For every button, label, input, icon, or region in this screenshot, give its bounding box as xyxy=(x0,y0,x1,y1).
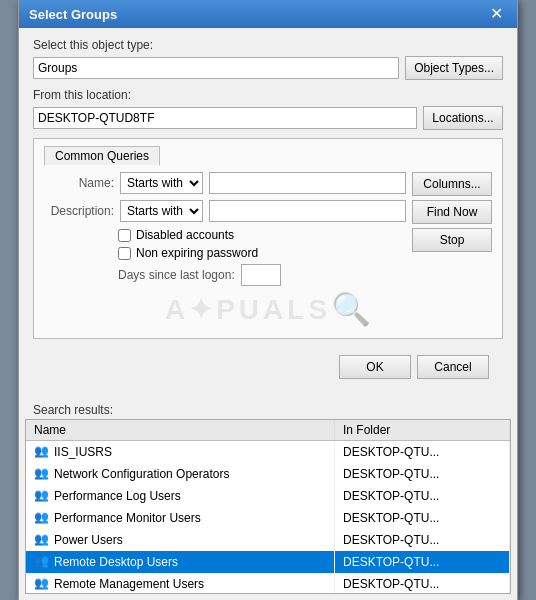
cell-name: Performance Log Users xyxy=(26,485,334,507)
ok-button[interactable]: OK xyxy=(339,355,411,379)
common-queries-tab[interactable]: Common Queries xyxy=(44,146,160,166)
table-row[interactable]: Performance Log UsersDESKTOP-QTU... xyxy=(26,485,510,507)
object-type-row: Object Types... xyxy=(33,56,503,80)
object-types-button[interactable]: Object Types... xyxy=(405,56,503,80)
results-tbody: IIS_IUSRSDESKTOP-QTU...Network Configura… xyxy=(26,441,510,595)
disabled-accounts-label: Disabled accounts xyxy=(136,228,234,242)
row-icon: IIS_IUSRS xyxy=(34,444,112,460)
non-expiring-checkbox[interactable] xyxy=(118,247,131,260)
cell-folder: DESKTOP-QTU... xyxy=(334,573,509,594)
row-icon: Remote Desktop Users xyxy=(34,554,178,570)
row-icon: Network Configuration Operators xyxy=(34,466,229,482)
queries-left: Name: Starts with Description: Starts wi… xyxy=(44,172,406,286)
description-label: Description: xyxy=(44,204,114,218)
dialog-body: Select this object type: Object Types...… xyxy=(19,28,517,399)
magnifier-icon: 🔍 xyxy=(331,290,371,328)
location-input[interactable] xyxy=(33,107,417,129)
disabled-accounts-row: Disabled accounts xyxy=(44,228,406,242)
days-row: Days since last logon: xyxy=(44,264,406,286)
common-queries-box: Common Queries Name: Starts with xyxy=(33,138,503,339)
cell-folder: DESKTOP-QTU... xyxy=(334,551,509,573)
row-icon: Performance Log Users xyxy=(34,488,181,504)
cell-name: Remote Desktop Users xyxy=(26,551,334,573)
days-input[interactable] xyxy=(241,264,281,286)
stop-button[interactable]: Stop xyxy=(412,228,492,252)
name-input[interactable] xyxy=(209,172,406,194)
side-buttons: Columns... Find Now Stop xyxy=(412,172,492,252)
days-label: Days since last logon: xyxy=(118,268,235,282)
column-name: Name xyxy=(26,420,334,441)
cell-folder: DESKTOP-QTU... xyxy=(334,507,509,529)
watermark-area: A✦PUALS 🔍 xyxy=(44,290,492,328)
cell-name: Power Users xyxy=(26,529,334,551)
location-label: From this location: xyxy=(33,88,503,102)
description-row: Description: Starts with xyxy=(44,200,406,222)
table-row[interactable]: IIS_IUSRSDESKTOP-QTU... xyxy=(26,441,510,464)
name-label: Name: xyxy=(44,176,114,190)
locations-button[interactable]: Locations... xyxy=(423,106,503,130)
dialog-footer: OK Cancel xyxy=(33,349,503,389)
watermark-text: A✦PUALS xyxy=(165,293,331,326)
name-operator-select[interactable]: Starts with xyxy=(120,172,203,194)
group-icon xyxy=(34,532,50,548)
find-now-button[interactable]: Find Now xyxy=(412,200,492,224)
cell-folder: DESKTOP-QTU... xyxy=(334,529,509,551)
cell-folder: DESKTOP-QTU... xyxy=(334,463,509,485)
group-icon xyxy=(34,444,50,460)
group-icon xyxy=(34,576,50,592)
select-groups-dialog: Select Groups ✕ Select this object type:… xyxy=(18,0,518,600)
object-type-input[interactable] xyxy=(33,57,399,79)
table-header-row: Name In Folder xyxy=(26,420,510,441)
row-icon: Performance Monitor Users xyxy=(34,510,201,526)
table-row[interactable]: Remote Management UsersDESKTOP-QTU... xyxy=(26,573,510,594)
table-row[interactable]: Network Configuration OperatorsDESKTOP-Q… xyxy=(26,463,510,485)
queries-main: Name: Starts with Description: Starts wi… xyxy=(44,172,492,286)
table-row[interactable]: Remote Desktop UsersDESKTOP-QTU... xyxy=(26,551,510,573)
cancel-button[interactable]: Cancel xyxy=(417,355,489,379)
cell-folder: DESKTOP-QTU... xyxy=(334,485,509,507)
non-expiring-row: Non expiring password xyxy=(44,246,406,260)
description-operator-select[interactable]: Starts with xyxy=(120,200,203,222)
group-icon xyxy=(34,510,50,526)
close-button[interactable]: ✕ xyxy=(486,6,507,22)
non-expiring-label: Non expiring password xyxy=(136,246,258,260)
row-icon: Remote Management Users xyxy=(34,576,204,592)
group-icon xyxy=(34,466,50,482)
search-results-label: Search results: xyxy=(19,399,517,419)
results-table-wrapper[interactable]: Name In Folder IIS_IUSRSDESKTOP-QTU...Ne… xyxy=(25,419,511,594)
queries-content: Name: Starts with Description: Starts wi… xyxy=(44,166,492,328)
location-row: Locations... xyxy=(33,106,503,130)
description-input[interactable] xyxy=(209,200,406,222)
title-bar: Select Groups ✕ xyxy=(19,0,517,28)
table-row[interactable]: Power UsersDESKTOP-QTU... xyxy=(26,529,510,551)
column-folder: In Folder xyxy=(334,420,509,441)
group-icon xyxy=(34,554,50,570)
cell-name: Performance Monitor Users xyxy=(26,507,334,529)
object-type-label: Select this object type: xyxy=(33,38,503,52)
name-row: Name: Starts with xyxy=(44,172,406,194)
results-table: Name In Folder IIS_IUSRSDESKTOP-QTU...Ne… xyxy=(26,420,510,594)
dialog-title: Select Groups xyxy=(29,7,117,22)
disabled-accounts-checkbox[interactable] xyxy=(118,229,131,242)
cell-folder: DESKTOP-QTU... xyxy=(334,441,509,464)
cell-name: Network Configuration Operators xyxy=(26,463,334,485)
group-icon xyxy=(34,488,50,504)
cell-name: Remote Management Users xyxy=(26,573,334,594)
row-icon: Power Users xyxy=(34,532,123,548)
cell-name: IIS_IUSRS xyxy=(26,441,334,464)
table-row[interactable]: Performance Monitor UsersDESKTOP-QTU... xyxy=(26,507,510,529)
columns-button[interactable]: Columns... xyxy=(412,172,492,196)
